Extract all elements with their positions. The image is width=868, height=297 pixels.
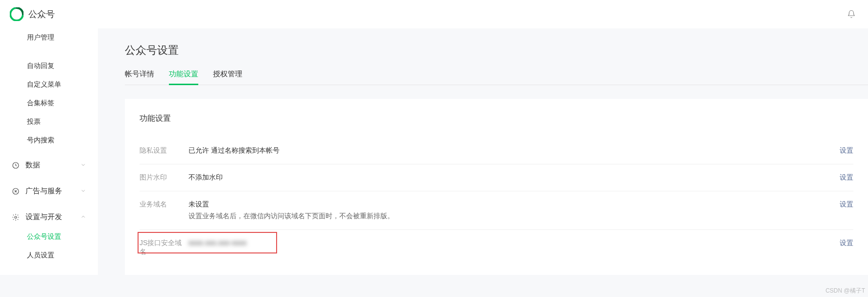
sidebar-item-label: 公众号设置 [27,232,61,240]
sidebar-item-user-mgmt[interactable]: 用户管理 [0,28,98,47]
gear-icon [12,213,21,221]
sidebar-item-label: 用户管理 [27,33,54,41]
setting-value: 未设置 设置业务域名后，在微信内访问该域名下页面时，不会被重新排版。 [188,200,828,221]
sidebar-item-label: 投票 [27,117,41,125]
sidebar-group-data[interactable]: 数据 [0,155,98,176]
notification-bell-icon[interactable] [845,7,858,21]
compass-icon [12,187,21,195]
sidebar-group-label: 广告与服务 [25,186,62,196]
setting-label: 图片水印 [140,173,188,182]
sidebar-item-label: 人员设置 [27,251,54,259]
card-title: 功能设置 [140,114,853,124]
setting-value: 已允许 通过名称搜索到本帐号 [188,146,828,155]
sidebar-item-auto-reply[interactable]: 自动回复 [0,57,98,75]
page-title: 公众号设置 [125,33,868,69]
chevron-up-icon [80,213,86,221]
tab-account-details[interactable]: 帐号详情 [125,69,154,85]
setting-action-link[interactable]: 设置 [828,173,853,182]
setting-row-domain: 业务域名 未设置 设置业务域名后，在微信内访问该域名下页面时，不会被重新排版。 … [140,191,853,230]
setting-row-privacy: 隐私设置 已允许 通过名称搜索到本帐号 设置 [140,137,853,164]
sidebar-item-label: 合集标签 [27,99,54,107]
setting-label: 隐私设置 [140,146,188,155]
chevron-down-icon [80,161,86,169]
sidebar-item-label: 自动回复 [27,62,54,69]
sidebar-item-account-settings[interactable]: 公众号设置 [0,228,98,246]
setting-value: 不添加水印 [188,173,828,182]
settings-card: 功能设置 隐私设置 已允许 通过名称搜索到本帐号 设置 图片水印 不添加水印 设… [125,99,868,275]
sidebar-group-label: 设置与开发 [25,212,62,222]
sidebar-group-settings[interactable]: 设置与开发 [0,206,98,228]
sidebar-item-custom-menu[interactable]: 自定义菜单 [0,75,98,94]
setting-value-text: 未设置 [188,200,209,208]
sidebar-item-search[interactable]: 号内搜索 [0,131,98,150]
main-content: 公众号设置 帐号详情 功能设置 授权管理 功能设置 隐私设置 已允许 通过名称搜… [98,28,868,275]
brand-title: 公众号 [28,8,55,20]
setting-action-link[interactable]: 设置 [828,146,853,155]
sidebar-item-label: 自定义菜单 [27,80,61,88]
setting-action-link[interactable]: 设置 [828,200,853,209]
wechat-logo-icon [10,7,23,21]
tabs: 帐号详情 功能设置 授权管理 [125,69,868,85]
setting-action-link[interactable]: 设置 [828,239,853,248]
tab-auth-mgmt[interactable]: 授权管理 [213,69,242,85]
sidebar: 用户管理 自动回复 自定义菜单 合集标签 投票 号内搜索 数据 广告与服务 设置… [0,28,98,275]
setting-value: xxxx.xxx.xxx-xxxx [188,239,828,247]
chevron-down-icon [80,187,86,195]
sidebar-item-collection-tags[interactable]: 合集标签 [0,94,98,113]
sidebar-item-vote[interactable]: 投票 [0,113,98,131]
setting-row-js-domain: JS接口安全域名 xxxx.xxx.xxx-xxxx 设置 [140,230,853,265]
setting-label: JS接口安全域名 [140,239,188,256]
setting-label: 业务域名 [140,200,188,209]
sidebar-group-label: 数据 [25,160,40,170]
tab-function-settings[interactable]: 功能设置 [169,69,198,85]
sidebar-group-ads[interactable]: 广告与服务 [0,181,98,202]
clock-icon [12,161,21,169]
svg-point-3 [15,216,17,218]
setting-sub-text: 设置业务域名后，在微信内访问该域名下页面时，不会被重新排版。 [188,212,828,221]
sidebar-item-staff-settings[interactable]: 人员设置 [0,246,98,265]
setting-row-watermark: 图片水印 不添加水印 设置 [140,164,853,191]
sidebar-item-label: 号内搜索 [27,136,54,144]
